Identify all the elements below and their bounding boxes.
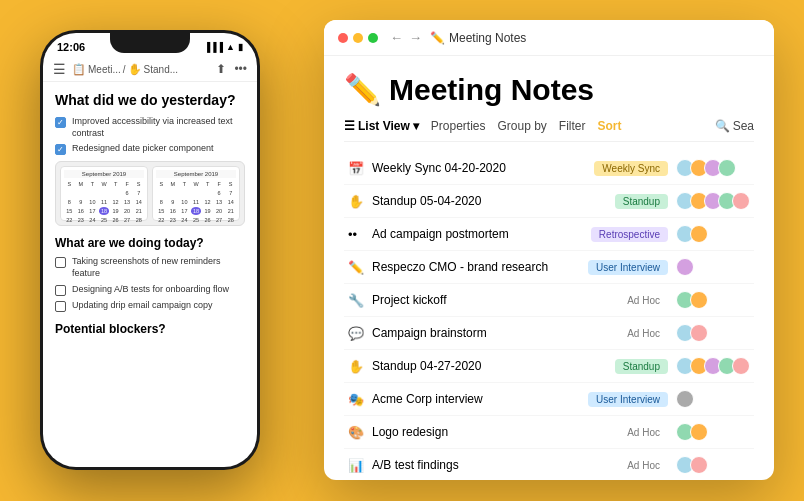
row-tag-cell: Ad Hoc	[572, 284, 672, 317]
row-avatars	[672, 350, 754, 383]
row-emoji: 📊	[344, 449, 368, 475]
toolbar-row: ☰ List View ▾ Properties Group by Filter…	[344, 119, 754, 142]
section3-heading: Potential blockers?	[55, 322, 245, 336]
list-view-icon: ☰	[344, 119, 355, 133]
row-emoji: ••	[344, 218, 368, 251]
avatar	[690, 456, 708, 474]
phone-notch	[110, 33, 190, 53]
toolbar-list-view[interactable]: ☰ List View ▾	[344, 119, 419, 133]
checkbox-3[interactable]	[55, 285, 66, 296]
group-by-label: Group by	[498, 119, 547, 133]
row-emoji: ✋	[344, 350, 368, 383]
back-icon[interactable]: ←	[390, 30, 403, 45]
checkbox-4[interactable]	[55, 301, 66, 312]
toolbar-properties[interactable]: Properties	[431, 119, 486, 133]
row-title: Acme Corp interview	[368, 383, 572, 416]
table-row[interactable]: ✋Standup 05-04-2020Standup	[344, 185, 754, 218]
avatar	[732, 357, 750, 375]
row-title: Standup 05-04-2020	[368, 185, 572, 218]
traffic-lights	[338, 33, 378, 43]
window-title-emoji: ✏️	[430, 31, 445, 45]
row-tag[interactable]: User Interview	[588, 260, 668, 275]
phone-toolbar-actions: ⬆ •••	[216, 62, 247, 76]
row-tag[interactable]: Retrospective	[591, 227, 668, 242]
row-title: Weekly Sync 04-20-2020	[368, 152, 572, 185]
row-avatars	[672, 317, 754, 350]
check-text-4: Updating drip email campaign copy	[72, 300, 213, 312]
row-tag-cell: User Interview	[572, 251, 672, 284]
table-row[interactable]: 🔧Project kickoffAd Hoc	[344, 284, 754, 317]
row-tag: Ad Hoc	[619, 326, 668, 341]
toolbar-group-by[interactable]: Group by	[498, 119, 547, 133]
toolbar-search[interactable]: 🔍 Sea	[715, 119, 754, 133]
row-title: Project kickoff	[368, 284, 572, 317]
minimize-button[interactable]	[353, 33, 363, 43]
row-tag[interactable]: Weekly Sync	[594, 161, 668, 176]
row-avatars	[672, 251, 754, 284]
battery-icon: ▮	[238, 42, 243, 52]
row-tag[interactable]: User Interview	[588, 392, 668, 407]
table-row[interactable]: 🎭Acme Corp interviewUser Interview	[344, 383, 754, 416]
breadcrumb-item-2[interactable]: Stand...	[144, 64, 178, 75]
row-tag-cell: Ad Hoc	[572, 317, 672, 350]
breadcrumb-item-1[interactable]: Meeti...	[88, 64, 121, 75]
window-title: ✏️ Meeting Notes	[430, 31, 526, 45]
table-row[interactable]: ✏️Respeczo CMO - brand researchUser Inte…	[344, 251, 754, 284]
window-titlebar: ← → ✏️ Meeting Notes	[324, 20, 774, 56]
phone-breadcrumb: 📋 Meeti... / ✋ Stand...	[72, 63, 210, 76]
table-row[interactable]: 💬Campaign brainstormAd Hoc	[344, 317, 754, 350]
check-text-0: Improved accessibility via increased tex…	[72, 116, 245, 139]
row-avatars	[672, 449, 754, 475]
row-title: Ad campaign postmortem	[368, 218, 572, 251]
checkbox-2[interactable]	[55, 257, 66, 268]
row-avatars	[672, 152, 754, 185]
row-tag-cell: Standup	[572, 350, 672, 383]
row-avatars	[672, 218, 754, 251]
table-row[interactable]: ••Ad campaign postmortemRetrospective	[344, 218, 754, 251]
row-emoji: ✏️	[344, 251, 368, 284]
check-text-3: Designing A/B tests for onboarding flow	[72, 284, 229, 296]
phone-content: What did we do yesterday? ✓ Improved acc…	[43, 82, 257, 352]
row-tag[interactable]: Standup	[615, 359, 668, 374]
list-view-label: List View	[358, 119, 410, 133]
table-row[interactable]: 🎨Logo redesignAd Hoc	[344, 416, 754, 449]
search-text: Sea	[733, 119, 754, 133]
page-title-text: Meeting Notes	[389, 73, 594, 107]
scene: 12:06 ▐▐▐ ▲ ▮ ☰ 📋 Meeti... / ✋ Stand... …	[0, 0, 804, 501]
close-button[interactable]	[338, 33, 348, 43]
row-emoji: 💬	[344, 317, 368, 350]
more-icon[interactable]: •••	[234, 62, 247, 76]
avatar	[690, 423, 708, 441]
row-avatars	[672, 416, 754, 449]
menu-icon[interactable]: ☰	[53, 61, 66, 77]
breadcrumb-emoji-2: ✋	[128, 63, 142, 76]
table-row[interactable]: 📅Weekly Sync 04-20-2020Weekly Sync	[344, 152, 754, 185]
row-tag[interactable]: Standup	[615, 194, 668, 209]
window-body: ✏️ Meeting Notes ☰ List View ▾ Propertie…	[324, 56, 774, 474]
avatar	[676, 258, 694, 276]
search-icon: 🔍	[715, 119, 730, 133]
maximize-button[interactable]	[368, 33, 378, 43]
row-emoji: 📅	[344, 152, 368, 185]
row-title: Respeczo CMO - brand research	[368, 251, 572, 284]
toolbar-sort[interactable]: Sort	[598, 119, 622, 133]
checkbox-1[interactable]: ✓	[55, 144, 66, 155]
table-row[interactable]: 📊A/B test findingsAd Hoc	[344, 449, 754, 475]
check-item-4: Updating drip email campaign copy	[55, 300, 245, 312]
row-emoji: 🔧	[344, 284, 368, 317]
row-title: Logo redesign	[368, 416, 572, 449]
phone-status-icons: ▐▐▐ ▲ ▮	[204, 42, 243, 52]
window-title-text: Meeting Notes	[449, 31, 526, 45]
checkbox-0[interactable]: ✓	[55, 117, 66, 128]
table-row[interactable]: ✋Standup 04-27-2020Standup	[344, 350, 754, 383]
share-icon[interactable]: ⬆	[216, 62, 226, 76]
filter-label: Filter	[559, 119, 586, 133]
notes-table: 📅Weekly Sync 04-20-2020Weekly Sync✋Stand…	[344, 152, 754, 474]
sort-label: Sort	[598, 119, 622, 133]
toolbar-filter[interactable]: Filter	[559, 119, 586, 133]
row-tag: Ad Hoc	[619, 425, 668, 440]
phone-toolbar: ☰ 📋 Meeti... / ✋ Stand... ⬆ •••	[43, 57, 257, 82]
forward-icon[interactable]: →	[409, 30, 422, 45]
list-view-chevron: ▾	[413, 119, 419, 133]
row-emoji: ✋	[344, 185, 368, 218]
